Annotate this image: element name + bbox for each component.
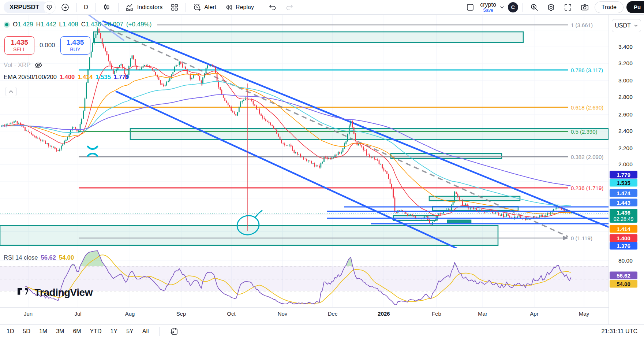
redo-icon <box>285 3 294 12</box>
month-tick-Jul[interactable]: Jul <box>74 311 81 317</box>
sell-price: 1.435 <box>11 38 28 47</box>
alert-clock-icon <box>193 3 202 12</box>
month-tick-May[interactable]: May <box>579 311 589 317</box>
bottom-toolbar: 1D 5D 1M 3M 6M YTD 1Y 5Y All 21:31:11 UT… <box>0 324 644 338</box>
price-tick: 2.400 <box>618 128 633 134</box>
month-tick-Jun[interactable]: Jun <box>24 311 33 317</box>
range-1m[interactable]: 1M <box>39 328 47 335</box>
ema-200-line <box>1 95 571 186</box>
chevron-up-icon <box>9 90 13 93</box>
month-tick-Mar[interactable]: Mar <box>478 311 487 317</box>
buy-button[interactable]: 1.435 BUY <box>60 36 90 55</box>
month-tick-Aug[interactable]: Aug <box>125 311 135 317</box>
spread-value: 0.000 <box>40 42 55 49</box>
range-6m[interactable]: 6M <box>73 328 81 335</box>
range-5d[interactable]: 5D <box>23 328 30 335</box>
collapse-legend-button[interactable] <box>5 87 17 96</box>
price-label-1.400: 1.400 <box>610 234 637 242</box>
tradingview-logo[interactable]: TradingView <box>18 287 93 298</box>
symbol-detail-button[interactable] <box>44 1 55 13</box>
range-1d[interactable]: 1D <box>7 328 14 335</box>
eye-slash-icon[interactable] <box>34 60 43 70</box>
ohlc-legend[interactable]: O1.429 H1.442 L1.408 C1.436 +0.007 (+0.4… <box>4 21 151 28</box>
snapshot-button[interactable] <box>578 1 592 13</box>
month-tick-Sep[interactable]: Sep <box>176 311 186 317</box>
undo-button[interactable] <box>266 1 280 13</box>
open-value: 1.429 <box>18 21 33 28</box>
price-label-54.00: 54.00 <box>610 280 637 288</box>
chevron-down-icon <box>634 23 638 28</box>
trade-widget: 1.435 SELL 0.000 1.435 BUY <box>4 36 90 55</box>
month-tick-Apr[interactable]: Apr <box>530 311 538 317</box>
trade-button[interactable]: Trade <box>595 1 624 13</box>
month-tick-2026[interactable]: 2026 <box>378 311 390 317</box>
replay-label: Replay <box>236 4 254 11</box>
indicators-button[interactable]: Indicators <box>123 1 165 13</box>
settings-button[interactable] <box>544 1 558 13</box>
range-all[interactable]: All <box>142 328 149 335</box>
symbol-button[interactable]: XRPUSDT <box>4 1 49 13</box>
layout-name: crypto <box>480 2 496 8</box>
close-value: 1.436 <box>86 21 101 28</box>
ema50-value: 1.414 <box>78 74 93 81</box>
price-chart <box>0 0 644 338</box>
time-axis[interactable]: JunJulAugSepOctNovDec2026FebMarAprMay <box>0 307 644 324</box>
save-label: Save <box>483 8 493 13</box>
clock[interactable]: 21:31:11 UTC <box>602 328 637 335</box>
price-tick: 3.200 <box>618 60 633 67</box>
change-percent: (+0.49%) <box>126 21 151 28</box>
toolbar-separator <box>159 327 160 336</box>
ema-100-line <box>1 81 571 206</box>
volume-label: Vol · XRP <box>4 62 31 69</box>
month-tick-Feb[interactable]: Feb <box>432 311 441 317</box>
chevron-down-icon[interactable] <box>499 4 505 10</box>
ema100-value: 1.535 <box>96 74 111 81</box>
price-tick: 3.000 <box>618 77 633 84</box>
avatar[interactable]: C <box>508 2 518 12</box>
replay-button[interactable]: Replay <box>222 1 257 13</box>
range-ytd[interactable]: YTD <box>90 328 102 335</box>
go-to-date-icon[interactable] <box>170 327 179 336</box>
interval-label: D <box>84 4 88 11</box>
ema-label: EMA 20/50/100/200 <box>4 74 57 81</box>
interval-button[interactable]: D <box>81 3 91 12</box>
publish-button[interactable]: Pu <box>626 1 644 13</box>
camera-icon <box>580 3 589 12</box>
month-tick-Oct[interactable]: Oct <box>227 311 235 317</box>
sell-button[interactable]: 1.435 SELL <box>4 36 34 55</box>
market-status-dot <box>4 22 10 28</box>
rsi-legend[interactable]: RSI 14 close 56.62 54.00 <box>4 254 74 261</box>
redo-button[interactable] <box>282 1 296 13</box>
fullscreen-button[interactable] <box>561 1 575 13</box>
open-key: O <box>13 21 18 28</box>
candles-icon <box>102 3 111 12</box>
compare-button[interactable] <box>58 1 72 13</box>
trade-label: Trade <box>602 4 617 10</box>
volume-legend[interactable]: Vol · XRP <box>4 60 43 70</box>
price-label-56.62: 56.62 <box>610 272 637 279</box>
toolbar-separator <box>95 3 96 12</box>
price-axis[interactable]: USDT 3.4003.2003.0002.8002.6002.4002.200… <box>609 15 644 324</box>
tradingview-app: { "topbar": { "symbol": "XRPUSDT", "inte… <box>0 0 644 338</box>
buy-price: 1.435 <box>67 38 84 47</box>
quick-search-button[interactable] <box>527 1 541 13</box>
ema-legend[interactable]: EMA 20/50/100/200 1.400 1.414 1.535 1.77… <box>4 74 129 81</box>
fib-label-0.382: 0.382 (2.090) <box>571 154 603 160</box>
layout-button[interactable] <box>463 1 477 13</box>
currency-selector[interactable]: USDT <box>612 19 641 32</box>
templates-button[interactable] <box>168 2 181 13</box>
month-tick-Dec[interactable]: Dec <box>328 311 338 317</box>
month-tick-Nov[interactable]: Nov <box>278 311 288 317</box>
gem-icon <box>46 4 53 11</box>
range-3m[interactable]: 3M <box>56 328 64 335</box>
alert-button[interactable]: Alert <box>190 1 219 13</box>
layout-name-button[interactable]: crypto Save <box>480 2 496 12</box>
fib-label-1: 1 (3.661) <box>571 22 593 28</box>
range-1y[interactable]: 1Y <box>111 328 118 335</box>
chart-style-button[interactable] <box>100 1 114 13</box>
price-label-1.436: 1.43602:28:49 <box>610 209 637 223</box>
undo-icon <box>268 3 277 12</box>
rsi-ma-value: 54.00 <box>59 254 74 261</box>
hexagon-settings-icon <box>547 3 555 12</box>
range-5y[interactable]: 5Y <box>126 328 134 335</box>
